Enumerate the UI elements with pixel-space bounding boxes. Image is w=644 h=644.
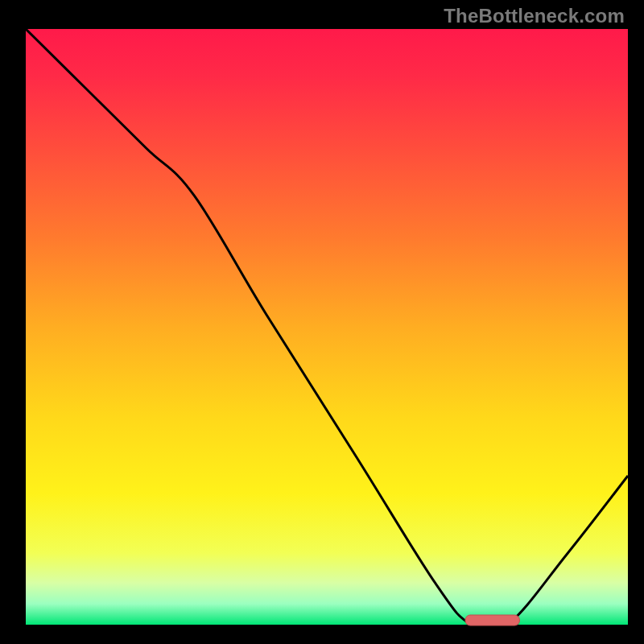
optimal-marker <box>465 615 519 625</box>
watermark-text: TheBottleneck.com <box>444 5 625 27</box>
bottleneck-chart <box>0 0 644 644</box>
chart-container: TheBottleneck.com <box>0 0 644 644</box>
